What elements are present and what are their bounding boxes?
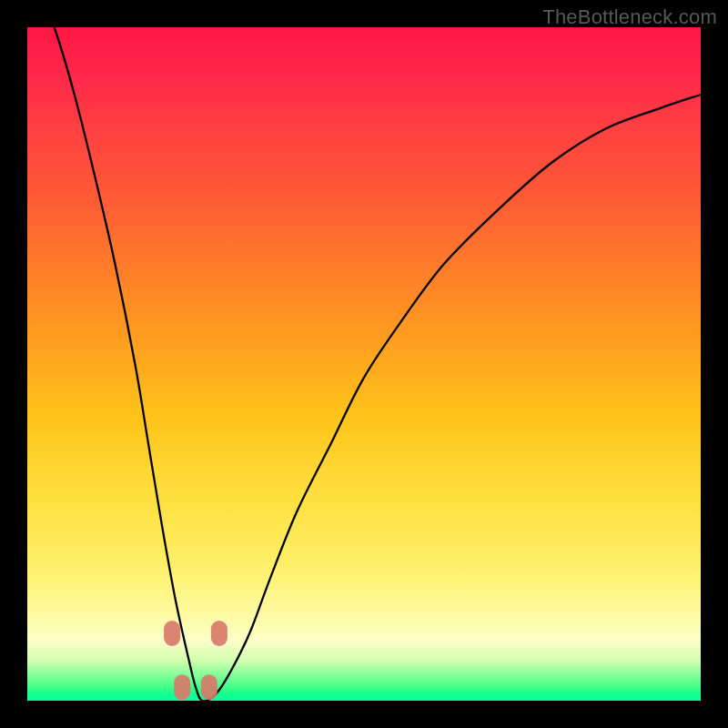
chart-frame: TheBottleneck.com <box>0 0 728 728</box>
curve-marker <box>174 674 190 700</box>
plot-area <box>27 27 701 701</box>
curve-marker <box>201 674 217 700</box>
watermark-text: TheBottleneck.com <box>542 5 717 29</box>
curve-svg <box>27 27 701 701</box>
bottleneck-curve <box>27 0 701 701</box>
curve-marker <box>164 621 180 646</box>
curve-marker <box>211 621 228 646</box>
